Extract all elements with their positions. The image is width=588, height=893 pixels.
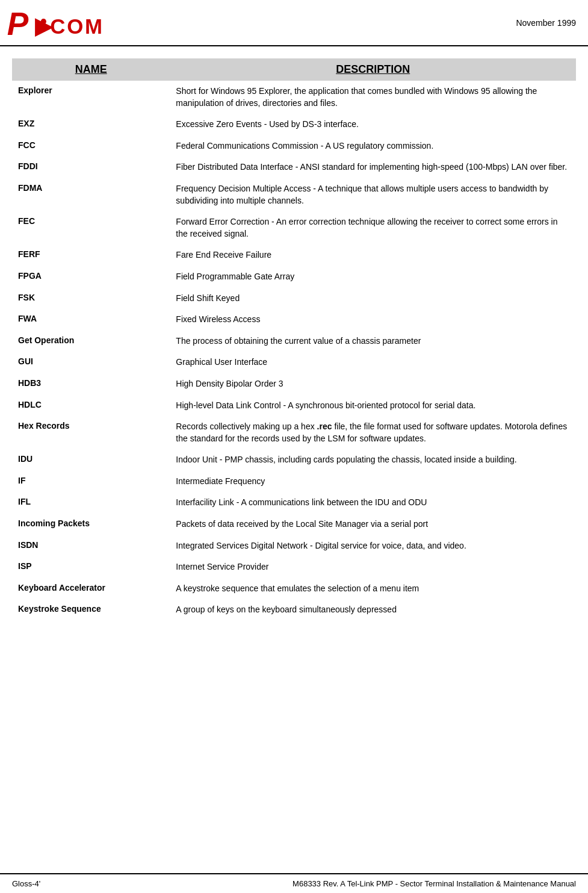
desc-header-label: DESCRIPTION xyxy=(336,63,410,75)
term-description: Frequency Decision Multiple Access - A t… xyxy=(170,178,576,211)
term-description: Federal Communications Commission - A US… xyxy=(170,135,576,157)
table-row: HDB3High Density Bipolar Order 3 xyxy=(12,373,576,395)
term-name: Incoming Packets xyxy=(12,514,170,535)
table-row: FECForward Error Correction - An error c… xyxy=(12,211,576,244)
table-row: ISPInternet Service Provider xyxy=(12,556,576,578)
term-description: Integrated Services Digital Network - Di… xyxy=(170,535,576,557)
table-row: HDLCHigh-level Data Link Control - A syn… xyxy=(12,395,576,417)
term-name: IDU xyxy=(12,449,170,471)
table-row: Keyboard AcceleratorA keystroke sequence… xyxy=(12,578,576,600)
table-row: FERFFare End Receive Failure xyxy=(12,244,576,266)
term-description: Records collectively making up a hex .re… xyxy=(170,416,576,449)
name-column-header: NAME xyxy=(12,58,170,81)
table-row: Keystroke SequenceA group of keys on the… xyxy=(12,599,576,621)
term-description: Fixed Wireless Access xyxy=(170,309,576,331)
term-description: High Density Bipolar Order 3 xyxy=(170,373,576,395)
table-row: EXZExcessive Zero Events - Used by DS-3 … xyxy=(12,114,576,135)
table-row: Hex RecordsRecords collectively making u… xyxy=(12,416,576,449)
table-row: ExplorerShort for Windows 95 Explorer, t… xyxy=(12,81,576,114)
content-area: NAME DESCRIPTION ExplorerShort for Windo… xyxy=(0,58,588,657)
term-name: ISDN xyxy=(12,535,170,557)
svg-text:P: P xyxy=(7,6,29,39)
term-description: Graphical User Interface xyxy=(170,352,576,373)
term-name: IFL xyxy=(12,492,170,514)
term-description: Interfacility Link - A communications li… xyxy=(170,492,576,514)
table-row: FSKField Shift Keyed xyxy=(12,288,576,310)
term-name: FEC xyxy=(12,211,170,244)
term-name: EXZ xyxy=(12,114,170,135)
term-description: The process of obtaining the current val… xyxy=(170,331,576,352)
table-row: Get OperationThe process of obtaining th… xyxy=(12,331,576,352)
term-name: FSK xyxy=(12,288,170,310)
table-row: FPGAField Programmable Gate Array xyxy=(12,266,576,288)
table-row: IDUIndoor Unit - PMP chassis, including … xyxy=(12,449,576,471)
desc-column-header: DESCRIPTION xyxy=(170,58,576,81)
term-name: Keyboard Accelerator xyxy=(12,578,170,600)
term-description: Forward Error Correction - An error corr… xyxy=(170,211,576,244)
term-description: Internet Service Provider xyxy=(170,556,576,578)
svg-point-3 xyxy=(41,19,46,24)
header-date: November 1999 xyxy=(516,18,576,28)
term-description: A keystroke sequence that emulates the s… xyxy=(170,578,576,600)
term-description: Fare End Receive Failure xyxy=(170,244,576,266)
term-description: Fiber Distributed Data Interface - ANSI … xyxy=(170,157,576,178)
glossary-body: ExplorerShort for Windows 95 Explorer, t… xyxy=(12,81,576,621)
table-row: IFIntermediate Frequency xyxy=(12,471,576,493)
term-description: Indoor Unit - PMP chassis, including car… xyxy=(170,449,576,471)
table-row: FCCFederal Communications Commission - A… xyxy=(12,135,576,157)
term-name: Get Operation xyxy=(12,331,170,352)
term-description: Field Programmable Gate Array xyxy=(170,266,576,288)
term-name: IF xyxy=(12,471,170,493)
term-name: ISP xyxy=(12,556,170,578)
term-name: FPGA xyxy=(12,266,170,288)
footer-left: Gloss-4' xyxy=(12,879,40,888)
term-name: GUI xyxy=(12,352,170,373)
page-footer: Gloss-4' M68333 Rev. A Tel-Link PMP - Se… xyxy=(0,873,588,893)
term-description: A group of keys on the keyboard simultan… xyxy=(170,599,576,621)
term-name: HDLC xyxy=(12,395,170,417)
svg-point-4 xyxy=(41,26,46,32)
table-row: ISDNIntegrated Services Digital Network … xyxy=(12,535,576,557)
term-description: Intermediate Frequency xyxy=(170,471,576,493)
term-name: Keystroke Sequence xyxy=(12,599,170,621)
term-description: Short for Windows 95 Explorer, the appli… xyxy=(170,81,576,114)
page-header: P ▶ COM November 1999 xyxy=(0,0,588,46)
term-name: FCC xyxy=(12,135,170,157)
svg-text:COM: COM xyxy=(50,14,104,38)
page-wrapper: P ▶ COM November 1999 NAME xyxy=(0,0,588,893)
table-row: FDDIFiber Distributed Data Interface - A… xyxy=(12,157,576,178)
term-name: FDDI xyxy=(12,157,170,178)
term-name: HDB3 xyxy=(12,373,170,395)
term-description: High-level Data Link Control - A synchro… xyxy=(170,395,576,417)
term-name: Explorer xyxy=(12,81,170,114)
table-row: FDMAFrequency Decision Multiple Access -… xyxy=(12,178,576,211)
table-row: FWAFixed Wireless Access xyxy=(12,309,576,331)
term-name: FERF xyxy=(12,244,170,266)
table-row: Incoming PacketsPackets of data received… xyxy=(12,514,576,535)
name-header-label: NAME xyxy=(75,63,107,75)
glossary-table: NAME DESCRIPTION ExplorerShort for Windo… xyxy=(12,58,576,621)
term-name: Hex Records xyxy=(12,416,170,449)
table-row: IFLInterfacility Link - A communications… xyxy=(12,492,576,514)
term-description: Packets of data received by the Local Si… xyxy=(170,514,576,535)
main-content: NAME DESCRIPTION ExplorerShort for Windo… xyxy=(0,58,588,621)
term-description: Excessive Zero Events - Used by DS-3 int… xyxy=(170,114,576,135)
term-name: FDMA xyxy=(12,178,170,211)
footer-right: M68333 Rev. A Tel-Link PMP - Sector Term… xyxy=(292,879,576,888)
logo-area: P ▶ COM xyxy=(6,6,128,39)
term-description: Field Shift Keyed xyxy=(170,288,576,310)
table-row: GUIGraphical User Interface xyxy=(12,352,576,373)
company-logo: P ▶ COM xyxy=(6,6,128,39)
term-name: FWA xyxy=(12,309,170,331)
table-header-row: NAME DESCRIPTION xyxy=(12,58,576,81)
